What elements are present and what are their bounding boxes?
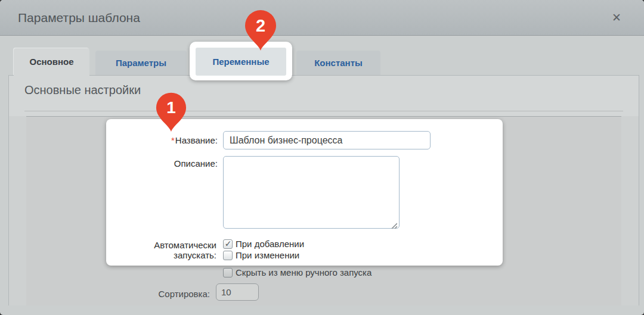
tab-parameters[interactable]: Параметры xyxy=(95,51,187,75)
description-textarea[interactable] xyxy=(223,156,400,229)
section-heading: Основные настройки xyxy=(24,83,141,97)
checkmark-icon: ✓ xyxy=(224,239,233,248)
screenshot-stage: Параметры шаблона ✕ Основное Параметры П… xyxy=(0,0,644,315)
name-field-wrap xyxy=(223,131,431,149)
checkbox-on-change-label[interactable]: При изменении xyxy=(236,250,299,260)
callout-pin-1: 1 xyxy=(155,92,187,132)
checkbox-on-add[interactable]: ✓ xyxy=(223,239,233,249)
autostart-option-on-add: ✓ При добавлении xyxy=(223,239,304,249)
sort-input[interactable] xyxy=(216,283,259,301)
resize-handle-icon[interactable] xyxy=(391,222,397,229)
checkbox-on-change[interactable] xyxy=(223,251,233,260)
name-field-label: *Название: xyxy=(110,135,218,145)
dialog-titlebar: Параметры шаблона ✕ xyxy=(0,0,644,36)
checkbox-hide-from-menu-label[interactable]: Скрыть из меню ручного запуска xyxy=(236,267,371,277)
callout-pin-2: 2 xyxy=(244,10,277,51)
sort-field-wrap xyxy=(216,283,259,301)
checkbox-hide-from-menu[interactable] xyxy=(223,268,233,277)
template-parameters-dialog: Параметры шаблона ✕ Основное Параметры П… xyxy=(0,0,644,315)
hide-from-menu-row: Скрыть из меню ручного запуска xyxy=(223,267,371,277)
tab-variables[interactable]: Переменные xyxy=(196,48,286,76)
sort-field-label: Сортировка: xyxy=(103,289,210,299)
close-icon[interactable]: ✕ xyxy=(609,11,624,25)
callout-number-1: 1 xyxy=(166,98,176,117)
section-divider xyxy=(24,111,623,111)
section-heading-strip: Основные настройки xyxy=(9,76,639,116)
name-input[interactable] xyxy=(223,131,431,149)
autostart-option-on-change: При изменении xyxy=(223,250,299,260)
callout-number-2: 2 xyxy=(256,16,265,35)
checkbox-on-add-label[interactable]: При добавлении xyxy=(236,239,304,249)
dialog-title: Параметры шаблона xyxy=(18,0,140,35)
tab-main[interactable]: Основное xyxy=(14,48,89,76)
required-asterisk: * xyxy=(171,135,175,145)
description-field-wrap xyxy=(223,156,400,231)
autostart-label: Автоматически запускать: xyxy=(109,240,216,260)
description-field-label: Описание: xyxy=(110,158,218,169)
tab-constants[interactable]: Константы xyxy=(296,51,380,75)
